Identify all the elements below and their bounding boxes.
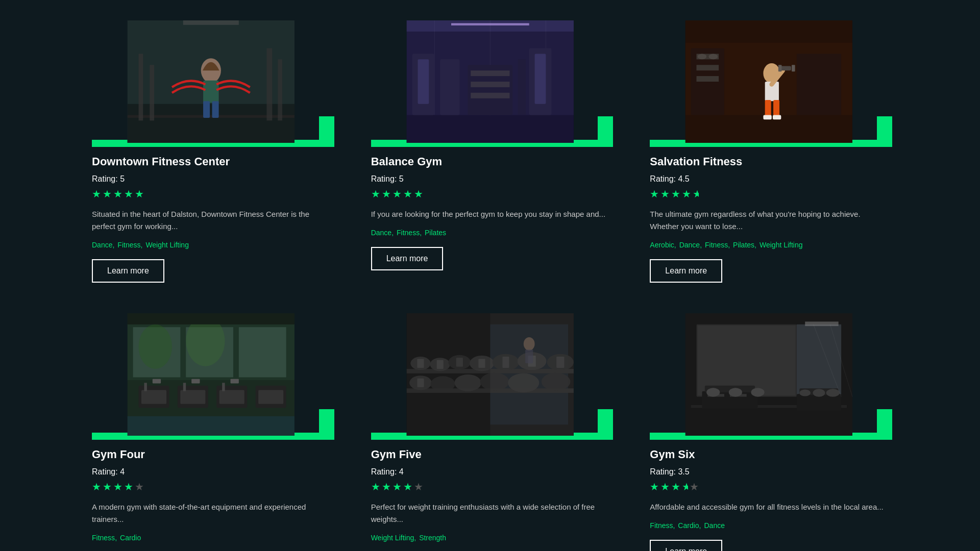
- svg-rect-71: [128, 416, 295, 436]
- learn-more-button[interactable]: Learn more: [650, 259, 722, 283]
- gym-card-1: Downtown Fitness Center Rating: 5 ★★★★★ …: [92, 20, 330, 283]
- gym-tag: Fitness: [92, 534, 117, 542]
- svg-rect-28: [406, 20, 573, 143]
- star-filled: ★: [671, 188, 680, 200]
- gym-tag: Cardio: [678, 521, 701, 530]
- card-image-wrapper: [92, 20, 330, 143]
- star-filled: ★: [371, 188, 380, 200]
- learn-more-button[interactable]: Learn more: [92, 259, 164, 283]
- star-half: ★: [693, 188, 699, 200]
- gym-rating-text: Rating: 4: [371, 467, 609, 477]
- gym-card-2: Balance Gym Rating: 5 ★★★★★ If you are l…: [371, 20, 609, 283]
- svg-rect-10: [212, 101, 219, 118]
- star-filled: ★: [650, 188, 659, 200]
- gym-image: [650, 313, 888, 436]
- star-filled: ★: [382, 481, 391, 493]
- learn-more-button[interactable]: Learn more: [650, 540, 722, 551]
- gym-rating-text: Rating: 4: [92, 467, 330, 477]
- svg-rect-49: [685, 20, 852, 143]
- star-filled: ★: [103, 481, 112, 493]
- star-filled: ★: [135, 188, 144, 200]
- star-filled: ★: [124, 481, 133, 493]
- gym-tag: Fitness: [705, 241, 730, 249]
- gym-rating-text: Rating: 5: [92, 174, 330, 184]
- star-empty: ★: [414, 481, 423, 493]
- star-empty: ★: [135, 481, 144, 493]
- gym-image: [371, 20, 609, 143]
- gym-tag: Dance: [92, 241, 114, 249]
- gym-name: Downtown Fitness Center: [92, 155, 330, 168]
- svg-rect-85: [478, 359, 485, 367]
- card-image-wrapper: [92, 313, 330, 436]
- gym-description: Situated in the heart of Dalston, Downto…: [92, 208, 330, 233]
- svg-rect-68: [231, 379, 239, 384]
- star-filled: ★: [650, 481, 659, 493]
- svg-rect-70: [258, 390, 283, 404]
- gym-tags: DanceFitnessPilates: [371, 229, 609, 237]
- gym-image: [371, 313, 609, 436]
- learn-more-button[interactable]: Learn more: [371, 247, 444, 270]
- svg-point-119: [826, 389, 840, 396]
- star-filled: ★: [103, 188, 112, 200]
- svg-rect-63: [183, 383, 186, 391]
- svg-rect-106: [805, 321, 839, 326]
- gym-card-3: Salvation Fitness Rating: 4.5 ★★★★★ The …: [650, 20, 888, 283]
- svg-rect-67: [222, 383, 225, 391]
- gym-tags: AerobicDanceFitnessPilatesWeight Lifting: [650, 241, 888, 249]
- star-filled: ★: [403, 481, 412, 493]
- svg-point-112: [706, 388, 720, 396]
- gym-name: Salvation Fitness: [650, 155, 888, 168]
- gym-tags: FitnessCardio: [92, 534, 330, 542]
- svg-point-55: [139, 324, 172, 369]
- svg-point-113: [729, 388, 742, 396]
- svg-point-7: [201, 58, 221, 83]
- card-image-wrapper: [650, 313, 888, 436]
- svg-rect-81: [436, 360, 443, 369]
- card-content: Balance Gym Rating: 5 ★★★★★ If you are l…: [371, 155, 609, 270]
- gym-name: Gym Six: [650, 448, 888, 461]
- gym-card-4: Gym Four Rating: 4 ★★★★★ A modern gym wi…: [92, 313, 330, 551]
- star-filled: ★: [382, 188, 391, 200]
- svg-rect-11: [183, 20, 239, 25]
- svg-rect-59: [144, 383, 146, 391]
- svg-rect-9: [203, 101, 210, 118]
- svg-point-95: [454, 374, 481, 391]
- gym-card-6: Gym Six Rating: 3.5 ★★★★★ Affordable and…: [650, 313, 888, 551]
- gym-card-5: Gym Five Rating: 4 ★★★★★ Perfect for wei…: [371, 313, 609, 551]
- svg-rect-64: [191, 379, 200, 384]
- svg-rect-4: [150, 65, 154, 120]
- gym-tag: Pilates: [425, 229, 446, 237]
- stars-container: ★★★★★: [92, 481, 330, 493]
- svg-rect-72: [128, 313, 295, 324]
- star-filled: ★: [671, 481, 680, 493]
- stars-container: ★★★★★: [371, 481, 609, 493]
- gym-tag: Aerobic: [650, 241, 676, 249]
- card-content: Downtown Fitness Center Rating: 5 ★★★★★ …: [92, 155, 330, 283]
- gym-rating-text: Rating: 5: [371, 174, 609, 184]
- gym-grid: Downtown Fitness Center Rating: 5 ★★★★★ …: [92, 20, 888, 551]
- svg-rect-54: [239, 327, 286, 377]
- svg-rect-105: [797, 324, 841, 397]
- star-filled: ★: [393, 481, 402, 493]
- svg-rect-3: [139, 54, 143, 120]
- gym-rating-text: Rating: 3.5: [650, 467, 888, 477]
- gym-rating-text: Rating: 4.5: [650, 174, 888, 184]
- svg-rect-101: [490, 313, 574, 436]
- star-filled: ★: [124, 188, 133, 200]
- gym-tags: DanceFitnessWeight Lifting: [92, 241, 330, 249]
- svg-point-117: [800, 389, 811, 396]
- gym-tag: Strength: [419, 534, 446, 542]
- star-filled: ★: [660, 481, 670, 493]
- gym-tag: Weight Lifting: [371, 534, 416, 542]
- svg-rect-66: [219, 390, 244, 404]
- page-container: Downtown Fitness Center Rating: 5 ★★★★★ …: [0, 0, 980, 551]
- card-content: Gym Four Rating: 4 ★★★★★ A modern gym wi…: [92, 448, 330, 551]
- gym-tag: Dance: [679, 241, 702, 249]
- star-empty: ★: [690, 481, 699, 493]
- svg-point-94: [430, 376, 455, 392]
- gym-tag: Cardio: [120, 534, 141, 542]
- card-image-wrapper: [650, 20, 888, 143]
- svg-rect-29: [451, 23, 529, 25]
- gym-tag: Fitness: [650, 521, 675, 530]
- gym-image: [92, 313, 330, 436]
